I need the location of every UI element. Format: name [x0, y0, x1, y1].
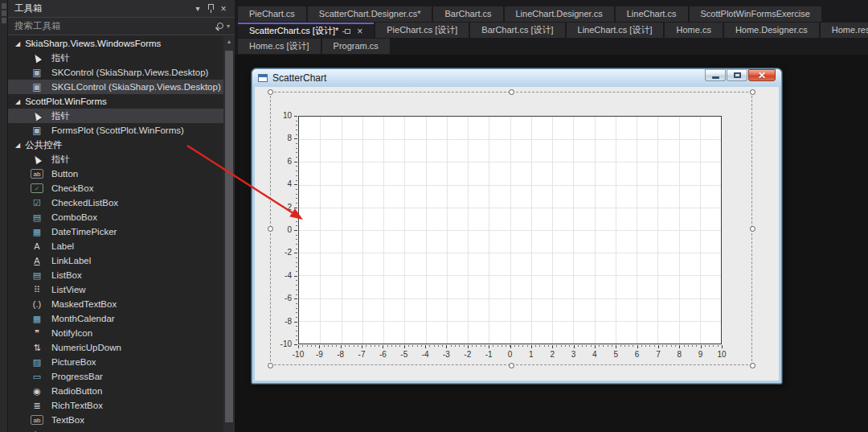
toolbox-item-label: 指针: [51, 52, 70, 64]
toolbox-item-ListBox[interactable]: ▤ListBox: [8, 268, 223, 282]
toolbox-item-MonthCalendar[interactable]: ▦MonthCalendar: [8, 311, 223, 326]
toolbox-item-partial[interactable]: [8, 427, 223, 432]
toolbox-search[interactable]: 搜索工具箱 ▾: [8, 18, 235, 35]
toolbox-item-Label[interactable]: ALabel: [8, 239, 223, 253]
toolbox-item-CheckBox[interactable]: ✓CheckBox: [8, 181, 223, 195]
x-major-tick: [298, 345, 299, 348]
maximize-button[interactable]: [727, 69, 747, 81]
toolbox-item-NotifyIcon[interactable]: ❞NotifyIcon: [8, 326, 223, 340]
toolbox-item-label: SKGLControl (SkiaSharp.Views.Desktop): [51, 82, 221, 92]
collapsed-panel-rail[interactable]: [0, 0, 8, 432]
y-major-tick: [294, 298, 297, 299]
toolbox-item-CheckedListBox[interactable]: ☑CheckedListBox: [8, 195, 223, 210]
toolbox-group-SkiaSharp.Views.WindowsForms[interactable]: ◢SkiaSharp.Views.WindowsForms: [8, 36, 223, 51]
selection-handle[interactable]: [750, 89, 755, 95]
x-tick-label: 0: [500, 350, 521, 359]
combobox-icon: ▤: [31, 212, 43, 223]
toolbox-group-label: ScottPlot.WinForms: [25, 97, 107, 106]
tab-label: BarChart.cs [设计]: [481, 25, 553, 35]
tab-Home.Designer.cs[interactable]: Home.Designer.cs: [724, 23, 819, 38]
selection-handle[interactable]: [750, 363, 755, 368]
listbox-icon: ▤: [31, 269, 43, 281]
tab-BarChart.cs [设计][interactable]: BarChart.cs [设计]: [470, 23, 564, 38]
search-icon[interactable]: [215, 22, 225, 31]
tab-LineChart.Designer.cs[interactable]: LineChart.Designer.cs: [505, 6, 614, 22]
x-major-tick: [425, 345, 426, 348]
x-major-tick: [319, 345, 320, 348]
form-title-bar[interactable]: ScatterChart: [252, 69, 781, 87]
y-major-tick: [294, 276, 297, 277]
tab-row-1: PieChart.csScatterChart.Designer.cs*BarC…: [238, 6, 868, 22]
scrollbar-up-icon[interactable]: ▴: [223, 36, 235, 47]
toolbox-item-Button[interactable]: abButton: [8, 167, 223, 181]
toolbox-item-LinkLabel[interactable]: ALinkLabel: [8, 253, 223, 268]
progressbar-icon: ▭: [31, 371, 43, 382]
toolbox-search-placeholder: 搜索工具箱: [14, 20, 61, 32]
pin-icon[interactable]: [204, 4, 217, 13]
cursor-arrow: [32, 111, 42, 121]
tab-LineChart.cs [设计][interactable]: LineChart.cs [设计]: [567, 23, 664, 38]
selection-handle[interactable]: [268, 363, 273, 368]
selection-handle[interactable]: [509, 89, 514, 95]
tab-close-icon[interactable]: ×: [357, 27, 362, 36]
toolbox-item-label: FormsPlot (ScottPlot.WinForms): [51, 125, 184, 135]
toolbox-scrollbar[interactable]: ▴: [223, 36, 235, 432]
tab-LineChart.cs[interactable]: LineChart.cs: [616, 6, 688, 22]
toolbox-item-指针[interactable]: 指针: [8, 51, 223, 65]
tab-Home.cs [设计][interactable]: Home.cs [设计]: [238, 39, 321, 54]
toolbox-item-NumericUpDown[interactable]: ⇅NumericUpDown: [8, 340, 223, 355]
collapsed-panel-tab: [2, 10, 6, 16]
close-icon[interactable]: ×: [217, 3, 230, 14]
toolbox-item-RichTextBox[interactable]: ≣RichTextBox: [8, 398, 223, 413]
selection-handle[interactable]: [268, 226, 273, 232]
y-tick-label: 2: [260, 203, 292, 212]
tab-ScatterChart.cs [设计]*[interactable]: ScatterChart.cs [设计]*×: [238, 23, 374, 38]
collapsed-panel-tab: [2, 18, 6, 23]
tab-Home.res[interactable]: Home.res: [821, 23, 868, 38]
tab-Home.cs[interactable]: Home.cs: [665, 23, 722, 38]
tab-ScottPlotWinFormsExercise[interactable]: ScottPlotWinFormsExercise: [690, 6, 821, 22]
x-tick-label: -3: [436, 350, 457, 359]
toolbox-item-ListView[interactable]: ⠿ListView: [8, 282, 223, 297]
toolbox-item-label: Button: [51, 169, 78, 179]
toolbox-item-DateTimePicker[interactable]: ▦DateTimePicker: [8, 224, 223, 239]
y-tick-label: -8: [260, 317, 292, 326]
toolbox-item-RadioButton[interactable]: ◉RadioButton: [8, 384, 223, 398]
toolbox-item-PictureBox[interactable]: ▨PictureBox: [8, 355, 223, 369]
toolbox-item-SKControl (SkiaSharp.Views.Desktop)[interactable]: ▣SKControl (SkiaSharp.Views.Desktop): [8, 65, 223, 80]
tab-pin-icon[interactable]: [345, 29, 350, 34]
search-options-caret-icon[interactable]: ▾: [227, 23, 230, 30]
selection-handle[interactable]: [268, 89, 273, 95]
toolbox-group-公共控件[interactable]: ◢公共控件: [8, 138, 223, 152]
toolbox-item-label: PictureBox: [51, 357, 96, 367]
tab-BarChart.cs[interactable]: BarChart.cs: [433, 6, 502, 22]
close-button[interactable]: ✕: [748, 69, 776, 81]
toolbox-item-指针[interactable]: 指针: [8, 109, 223, 123]
selection-handle[interactable]: [509, 363, 514, 368]
toolbox-item-ComboBox[interactable]: ▤ComboBox: [8, 210, 223, 224]
tab-PieChart.cs[interactable]: PieChart.cs: [238, 6, 306, 22]
y-major-tick: [294, 344, 297, 345]
scrollbar-thumb[interactable]: [225, 51, 233, 422]
minimize-button[interactable]: [705, 69, 726, 81]
expanded-arrow-icon: ◢: [15, 40, 20, 47]
toolbox-item-FormsPlot (ScottPlot.WinForms)[interactable]: ▣FormsPlot (ScottPlot.WinForms): [8, 123, 223, 138]
toolbox-group-ScottPlot.WinForms[interactable]: ◢ScottPlot.WinForms: [8, 94, 223, 109]
toolbox-item-指针[interactable]: 指针: [8, 152, 223, 167]
window-position-icon[interactable]: ▾: [191, 4, 204, 13]
selection-handle[interactable]: [750, 226, 755, 232]
cursor-icon: [31, 429, 43, 432]
toolbox-item-TextBox[interactable]: abTextBox: [8, 413, 223, 427]
toolbox-item-ProgressBar[interactable]: ▭ProgressBar: [8, 369, 223, 384]
formsplot-control[interactable]: -10-9-8-7-6-5-4-3-2-10123456789101086420…: [255, 87, 779, 381]
tab-label: LineChart.Designer.cs: [516, 9, 603, 19]
tab-ScatterChart.Designer.cs*[interactable]: ScatterChart.Designer.cs*: [308, 6, 432, 22]
numericupdown-icon: ⇅: [31, 342, 43, 353]
toolbox-item-SKGLControl (SkiaSharp.Views.Desktop)[interactable]: ▣SKGLControl (SkiaSharp.Views.Desktop): [8, 80, 223, 94]
tab-PieChart.cs [设计][interactable]: PieChart.cs [设计]: [375, 23, 469, 38]
toolbox-item-label: CheckedListBox: [51, 198, 118, 208]
form-icon: [258, 74, 268, 82]
toolbox-item-MaskedTextBox[interactable]: (.)MaskedTextBox: [8, 297, 223, 311]
tab-Program.cs[interactable]: Program.cs: [322, 39, 390, 54]
designer-form-window[interactable]: ScatterChart ✕ -10-9-8-7-6-5-4-3-2-10123…: [252, 68, 782, 384]
